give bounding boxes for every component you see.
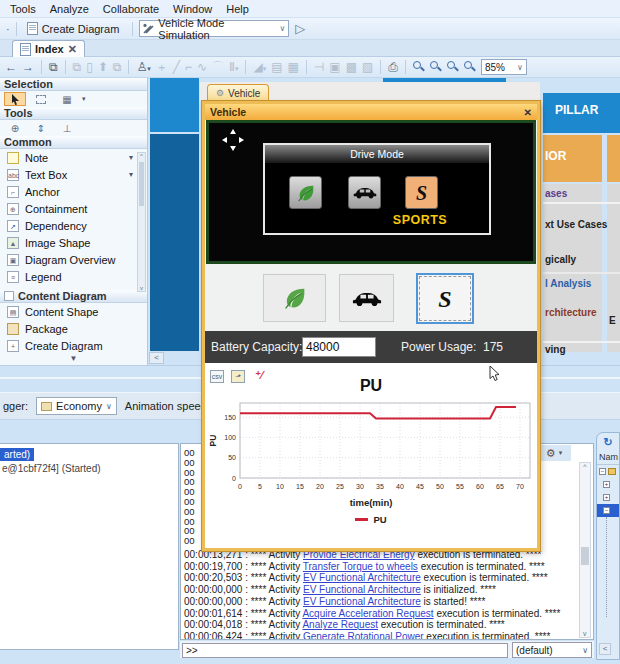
refresh-icon[interactable]: ↻ xyxy=(597,433,619,449)
zoom-selection-icon[interactable] xyxy=(464,61,476,73)
menu-help[interactable]: Help xyxy=(226,3,249,15)
normal-mode-display-button[interactable] xyxy=(348,176,381,209)
palette-header-selection[interactable]: Selection xyxy=(0,78,147,91)
sports-mode-button[interactable]: S xyxy=(416,273,474,324)
hscroll-left-arrow[interactable]: < xyxy=(149,352,164,364)
chevron-down-icon[interactable]: ▾ xyxy=(82,95,86,103)
path-tool-icon[interactable]: ＋ xyxy=(156,59,168,76)
bg-cell-label[interactable]: ving xyxy=(545,344,566,355)
expand-icon[interactable]: + xyxy=(603,494,610,501)
palette-item-package[interactable]: Package xyxy=(0,320,147,337)
palette-item-legend[interactable]: ≡Legend xyxy=(0,268,147,285)
back-icon[interactable]: ← xyxy=(5,60,17,74)
session-item[interactable]: e@1cbf72f4] (Started) xyxy=(2,463,101,474)
chevron-down-icon[interactable]: ▾ xyxy=(129,170,133,179)
close-icon[interactable]: ✕ xyxy=(524,107,532,118)
sticky-tool-icon[interactable]: ⊕ xyxy=(4,121,26,135)
stereotype-icon[interactable]: ▦ xyxy=(288,60,299,74)
toolbar-overflow-icon[interactable]: · xyxy=(6,23,10,35)
console-prompt-input[interactable]: >> xyxy=(182,643,508,658)
bg-cell-label[interactable]: gically xyxy=(545,254,576,265)
activity-link[interactable]: EV Functional Architecture xyxy=(303,572,421,583)
chevron-down-icon[interactable]: ▾ xyxy=(129,153,133,162)
forward-icon[interactable]: → xyxy=(22,60,34,74)
eco-mode-display-button[interactable] xyxy=(289,176,322,209)
menu-collaborate[interactable]: Collaborate xyxy=(103,3,159,15)
copy-icon[interactable]: ⧉ xyxy=(73,60,82,74)
console-options[interactable]: ⚙▾ xyxy=(537,445,571,461)
trigger-combo[interactable]: Economy ∨ xyxy=(36,397,117,415)
palette-expand-icon[interactable]: ▼ xyxy=(0,354,147,363)
align-icon[interactable]: ⊣ xyxy=(314,60,324,74)
collapse-icon[interactable]: − xyxy=(599,468,606,475)
close-tab-icon[interactable]: ✕ xyxy=(68,43,77,56)
compartments-icon[interactable]: ▤ xyxy=(271,60,282,74)
collapse-icon[interactable]: − xyxy=(603,507,610,514)
console-scrollbar[interactable]: ^v xyxy=(579,462,591,638)
zoom-out-icon[interactable] xyxy=(430,61,442,73)
show-elements-icon[interactable]: ◢▾ xyxy=(253,60,266,74)
anchor-tool-icon[interactable]: ⊥ xyxy=(56,121,78,135)
bg-cell-label[interactable]: rchitecture xyxy=(545,307,597,318)
activity-link[interactable]: Analyze Request xyxy=(302,619,378,630)
sports-mode-display-button[interactable]: S xyxy=(405,176,438,209)
normal-mode-button[interactable] xyxy=(339,274,394,322)
palette-header-content-diagram[interactable]: Content Diagram xyxy=(0,290,147,303)
layout-icon[interactable]: ♙▾ xyxy=(136,60,150,74)
palette-item-anchor[interactable]: ⌐Anchor xyxy=(0,183,147,200)
zoom-fit-icon[interactable] xyxy=(447,61,459,73)
scope-combo[interactable]: (default) ∨ xyxy=(512,642,592,658)
line-jump-icon[interactable]: ⌒ xyxy=(212,59,224,76)
tree-row-selected[interactable]: − xyxy=(597,504,619,517)
paste-icon[interactable]: ▯ xyxy=(86,60,93,74)
distribute-icon[interactable]: ▣ xyxy=(329,60,340,74)
tree-row[interactable]: + xyxy=(597,491,619,504)
marquee-select-icon[interactable] xyxy=(30,92,52,106)
palette-item-image-shape[interactable]: ▲Image Shape xyxy=(0,234,147,251)
palette-item-create-diagram[interactable]: +Create Diagram xyxy=(0,337,147,354)
menu-tools[interactable]: Tools xyxy=(10,3,36,15)
tree-row[interactable]: − xyxy=(597,465,619,478)
layers-icon[interactable]: ⧉ xyxy=(113,60,122,74)
battery-capacity-input[interactable] xyxy=(302,337,376,357)
palette-item-diagram-overview[interactable]: ▣Diagram Overview xyxy=(0,251,147,268)
palette-item-containment[interactable]: ⊕Containment xyxy=(0,200,147,217)
run-simulation-button[interactable]: ▷ xyxy=(295,21,305,36)
zoom-level-combo[interactable]: 85% ∨ xyxy=(481,59,527,75)
multi-select-icon[interactable]: ▦ xyxy=(56,92,78,106)
palette-item-content-shape[interactable]: ▤Content Shape xyxy=(0,303,147,320)
swimlane-icon[interactable]: Ⅱ▾ xyxy=(229,60,238,74)
vertical-spacing-icon[interactable]: ⇕ xyxy=(30,121,52,135)
line-style-rect-icon[interactable]: ╱ xyxy=(173,60,180,74)
menu-analyze[interactable]: Analyze xyxy=(50,3,89,15)
validation-icon[interactable]: ⎙ xyxy=(388,60,398,74)
palette-header-common[interactable]: Common xyxy=(0,136,147,149)
import-icon[interactable]: ⬆ xyxy=(98,60,108,74)
resize-icon[interactable]: ▩ xyxy=(346,60,357,74)
tab-index[interactable]: Index ✕ xyxy=(12,40,85,57)
activity-link[interactable]: Acquire Acceleration Request xyxy=(302,608,433,619)
vehicle-dialog-titlebar[interactable]: Vehicle ✕ xyxy=(205,104,537,120)
expand-icon[interactable]: + xyxy=(603,481,610,488)
selection-cursor-icon[interactable] xyxy=(4,92,26,106)
palette-scrollbar[interactable]: ^v xyxy=(137,152,146,292)
palette-item-dependency[interactable]: ↗Dependency xyxy=(0,217,147,234)
activity-link[interactable]: Generate Rotational Power xyxy=(303,631,424,640)
tree-row[interactable]: + xyxy=(597,478,619,491)
bg-cell-label[interactable]: xt Use Cases xyxy=(545,219,607,230)
vehicle-frame-tab[interactable]: ⚙ Vehicle xyxy=(207,84,269,101)
containment-tree-icon[interactable]: ⧉ xyxy=(49,60,58,74)
palette-item-text-box[interactable]: abcText Box▾ xyxy=(0,166,147,183)
zoom-in-icon[interactable] xyxy=(413,61,425,73)
create-diagram-button[interactable]: Create Diagram xyxy=(23,20,127,37)
simulation-config-combo[interactable]: Vehicle Mode Simulation ∨ xyxy=(139,20,289,37)
palette-header-tools[interactable]: Tools xyxy=(0,107,147,120)
menu-window[interactable]: Window xyxy=(173,3,212,15)
activity-link[interactable]: EV Functional Architecture xyxy=(303,596,421,607)
palette-item-note[interactable]: Note▾ xyxy=(0,149,147,166)
session-item-selected[interactable]: arted) xyxy=(0,448,34,461)
bg-cell-label[interactable]: ases xyxy=(545,188,567,199)
eco-mode-button[interactable] xyxy=(263,274,326,322)
group-icon[interactable]: ▨ xyxy=(362,60,373,74)
bg-cell-label[interactable]: l Analysis xyxy=(545,278,591,289)
